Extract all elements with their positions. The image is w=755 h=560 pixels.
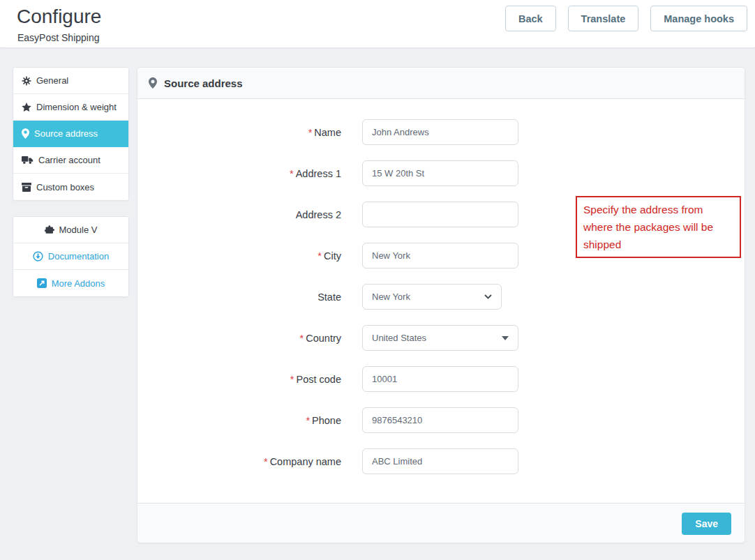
sidebar-item-custom-boxes[interactable]: Custom boxes [13, 174, 128, 200]
sidebar-item-label: Documentation [48, 251, 109, 262]
translate-button[interactable]: Translate [568, 6, 639, 31]
gears-icon [22, 76, 31, 86]
country-select[interactable]: United States [362, 325, 518, 351]
map-pin-icon [22, 128, 29, 139]
form-row-phone: *Phone [137, 407, 745, 433]
form-row-state: State New York [137, 284, 745, 310]
required-asterisk: * [300, 333, 304, 344]
name-label: *Name [137, 127, 341, 138]
company-input[interactable] [362, 448, 518, 474]
phone-label: *Phone [137, 415, 341, 426]
form-row-postcode: *Post code [137, 366, 745, 392]
phone-input[interactable] [362, 407, 518, 433]
panel-header: Source address [137, 68, 745, 99]
form-row-address1: *Address 1 [137, 160, 745, 186]
required-asterisk: * [306, 415, 310, 426]
sidebar-item-label: General [36, 75, 68, 86]
sidebar-item-dimension-weight[interactable]: Dimension & weight [13, 94, 128, 121]
sidebar-item-documentation[interactable]: Documentation [13, 243, 128, 270]
source-address-form: *Name *Address 1 Address 2 *City State N… [137, 99, 745, 474]
sidebar-item-label: More Addons [52, 278, 105, 289]
country-select-value: United States [372, 333, 426, 343]
truck-icon [22, 156, 33, 165]
download-circle-icon [33, 251, 43, 262]
star-icon [22, 103, 31, 112]
postcode-input[interactable] [362, 366, 518, 392]
topbar-buttons: Back Translate Manage hooks [505, 6, 747, 31]
form-row-company: *Company name [137, 448, 745, 474]
state-label: State [137, 292, 341, 303]
chevron-down-icon [484, 294, 492, 299]
name-input[interactable] [362, 119, 518, 145]
address1-input[interactable] [362, 160, 518, 186]
required-asterisk: * [308, 127, 313, 138]
city-label: *City [137, 250, 341, 262]
address1-label: *Address 1 [137, 168, 341, 179]
state-select-value: New York [372, 292, 410, 302]
postcode-label: *Post code [137, 374, 341, 385]
company-label: *Company name [137, 456, 341, 467]
city-input[interactable] [362, 243, 518, 268]
form-row-country: *Country United States [137, 325, 745, 351]
archive-box-icon [22, 183, 31, 192]
page-title: Configure [17, 6, 101, 28]
sidebar: General Dimension & weight Source addres… [13, 67, 129, 297]
external-link-icon [37, 278, 47, 288]
sidebar-item-carrier-account[interactable]: Carrier account [13, 147, 128, 174]
sidebar-item-label: Module V [59, 225, 98, 235]
topbar: Configure EasyPost Shipping Back Transla… [0, 0, 755, 48]
address2-input[interactable] [362, 202, 518, 227]
annotation-callout: Specify the address from where the packa… [576, 196, 741, 258]
manage-hooks-button[interactable]: Manage hooks [650, 6, 747, 31]
required-asterisk: * [317, 250, 322, 262]
source-address-panel: Source address *Name *Address 1 Address … [137, 67, 745, 543]
sidebar-item-label: Source address [34, 128, 98, 139]
state-select[interactable]: New York [362, 284, 502, 310]
sidebar-tabs-group: General Dimension & weight Source addres… [13, 67, 129, 201]
map-pin-icon [149, 77, 157, 89]
sidebar-item-label: Custom boxes [36, 182, 94, 192]
required-asterisk: * [290, 168, 294, 179]
country-label: *Country [137, 333, 341, 344]
save-button[interactable]: Save [682, 513, 731, 535]
sidebar-item-source-address[interactable]: Source address [13, 121, 128, 147]
form-row-name: *Name [137, 119, 745, 145]
sidebar-item-label: Carrier account [38, 155, 100, 165]
sidebar-links-group: Module V Documentation More Addons [13, 216, 129, 297]
required-asterisk: * [290, 374, 294, 385]
panel-footer: Save [137, 503, 745, 543]
sidebar-item-more-addons[interactable]: More Addons [13, 270, 128, 296]
puzzle-icon [45, 225, 54, 234]
required-asterisk: * [264, 456, 268, 467]
page-subtitle: EasyPost Shipping [17, 32, 100, 43]
sidebar-item-general[interactable]: General [13, 68, 128, 94]
address2-label: Address 2 [137, 209, 341, 220]
back-button[interactable]: Back [505, 6, 556, 31]
sidebar-item-label: Dimension & weight [36, 102, 117, 112]
sidebar-item-module-version: Module V [13, 217, 128, 243]
panel-title: Source address [164, 77, 243, 89]
caret-down-icon [502, 336, 509, 340]
